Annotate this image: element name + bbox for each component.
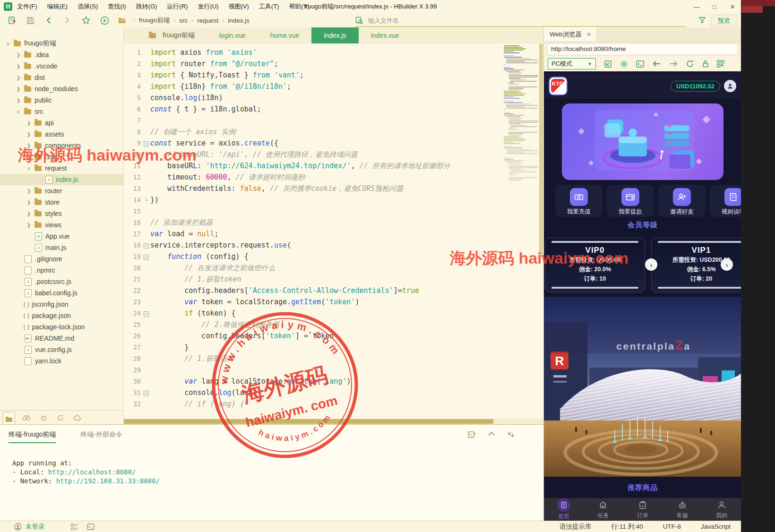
nav-item-我的[interactable]: 我的	[702, 498, 741, 521]
chevron-right-icon[interactable]: ❯	[15, 86, 22, 92]
tree-row-dist[interactable]: ❯dist	[0, 72, 123, 83]
fold-gutter[interactable]: −	[142, 139, 150, 147]
search-input[interactable]	[367, 17, 686, 25]
editor-horizontal-scrollbar[interactable]	[124, 419, 543, 424]
menu-工具(T)[interactable]: 工具(T)	[259, 2, 279, 11]
settings-gear-icon[interactable]	[620, 60, 628, 68]
url-input[interactable]: http://localhost:8080/home	[547, 43, 738, 55]
menu-发行(U)[interactable]: 发行(U)	[198, 2, 218, 11]
nav-item-任务[interactable]: 任务	[584, 498, 623, 521]
scrollbar-thumb[interactable]	[124, 419, 493, 424]
breadcrumb-item-request[interactable]: request	[197, 17, 218, 24]
menu-运行(R)[interactable]: 运行(R)	[167, 2, 188, 11]
breadcrumb-item-src[interactable]: src	[179, 17, 188, 24]
editor-tab-login.vue[interactable]: login.vue	[207, 27, 258, 43]
browser-tab[interactable]: Web浏览器 ✕	[544, 27, 597, 42]
tree-row-babel.config.js[interactable]: Jbabel.config.js	[0, 287, 123, 299]
qrcode-icon[interactable]	[717, 60, 724, 68]
console-icon[interactable]	[636, 60, 644, 68]
nav-item-首页[interactable]: 首页	[544, 498, 584, 521]
status-item[interactable]: UTF-8	[663, 523, 681, 530]
editor-tab-index.js[interactable]: index.js	[311, 27, 358, 43]
tree-row-router[interactable]: ❯router	[0, 185, 123, 197]
tree-row-node_modules[interactable]: ❯node_modules	[0, 83, 123, 94]
tree-row-.idea[interactable]: ❯.idea	[0, 49, 123, 60]
minimize-button[interactable]: —	[693, 3, 700, 10]
action-我要提款[interactable]: 我要提款	[607, 185, 654, 217]
chevron-down-icon[interactable]: ∨	[26, 166, 32, 171]
tree-row-package-lock.json[interactable]: [ ]package-lock.json	[0, 321, 123, 333]
breadcrumb-item-fruugo前端[interactable]: fruugo前端	[139, 16, 170, 25]
fold-collapse-icon[interactable]: −	[144, 255, 149, 260]
action-我要充值[interactable]: 我要充值	[555, 185, 603, 217]
tree-row-assets[interactable]: ❯assets	[0, 129, 123, 140]
chevron-right-icon[interactable]: ❯	[26, 120, 32, 126]
nav-item-客服[interactable]: 客服	[663, 498, 702, 521]
tree-row-components[interactable]: ❯components	[0, 140, 123, 151]
close-panel-icon[interactable]	[507, 431, 514, 438]
login-status[interactable]: 未登录	[14, 521, 45, 532]
chevron-right-icon[interactable]: ❯	[15, 52, 22, 58]
debug-bug-icon[interactable]	[38, 412, 49, 423]
save-button[interactable]	[25, 15, 35, 26]
tree-row-styles[interactable]: ❯styles	[0, 208, 123, 219]
terminal-link[interactable]: http://localhost:8080/	[48, 468, 136, 476]
navigate-forward-button[interactable]	[62, 15, 72, 26]
run-button[interactable]	[99, 15, 110, 26]
tree-row-views[interactable]: ❯views	[0, 219, 123, 231]
search-binoculars-icon[interactable]	[21, 412, 32, 423]
chevron-right-icon[interactable]: ❯	[15, 75, 22, 80]
fold-gutter[interactable]: −	[142, 252, 150, 261]
editor-vertical-scrollbar[interactable]	[539, 43, 543, 257]
tree-row-main.js[interactable]: Jmain.js	[0, 242, 123, 253]
close-button[interactable]: ✕	[729, 3, 736, 10]
promo-banner[interactable]	[562, 103, 723, 180]
tree-row-api[interactable]: ❯api	[0, 117, 123, 129]
fold-gutter[interactable]: −	[142, 309, 150, 317]
tree-row-.gitignore[interactable]: .gitignore	[0, 253, 123, 265]
terminal-icon[interactable]	[87, 523, 95, 530]
outline-list-icon[interactable]	[71, 523, 78, 530]
fold-collapse-icon[interactable]: −	[144, 311, 149, 317]
action-邀请好友[interactable]: 邀请好友	[658, 185, 706, 217]
cloud-icon[interactable]	[72, 412, 83, 423]
chevron-right-icon[interactable]: ❯	[26, 189, 32, 194]
tree-row-src[interactable]: ∨src	[0, 106, 123, 117]
fold-collapse-icon[interactable]: −	[144, 141, 149, 146]
tree-row-package.json[interactable]: [ ]package.json	[0, 310, 123, 321]
tree-row-App.vue[interactable]: VApp.vue	[0, 231, 123, 242]
chevron-right-icon[interactable]: ❯	[15, 64, 22, 69]
vip-card-VIP0[interactable]: VIP0所需投资: USD5.00佣金: 20.0%订单: 10	[545, 238, 645, 292]
terminal-link[interactable]: http://192.168.31.33:8080/	[56, 477, 160, 485]
new-file-button[interactable]	[7, 15, 17, 26]
tree-row-.vscode[interactable]: ❯.vscode	[0, 60, 123, 72]
chevron-right-icon[interactable]: ❯	[26, 154, 32, 160]
tree-row-.postcssrc.js[interactable]: J.postcssrc.js	[0, 276, 123, 287]
chevron-right-icon[interactable]: ❯	[26, 211, 32, 216]
chevron-down-icon[interactable]: ∨	[5, 41, 11, 46]
status-item[interactable]: JavaScript	[701, 523, 731, 530]
forward-arrow-icon[interactable]	[669, 60, 678, 67]
editor-tab-index.vue[interactable]: index.vue	[359, 27, 412, 43]
tree-row-public[interactable]: ❯public	[0, 94, 123, 106]
chevron-right-icon[interactable]: ❯	[26, 223, 32, 228]
tree-row-store[interactable]: ❯store	[0, 197, 123, 208]
fold-collapse-icon[interactable]: −	[144, 243, 149, 249]
chevron-right-icon[interactable]: ❯	[26, 132, 32, 137]
carousel-next-button[interactable]: ›	[721, 258, 733, 271]
device-mode-select[interactable]: PC模式▼	[548, 58, 596, 69]
tree-row-fruugo前端[interactable]: ∨fruugo前端	[0, 38, 123, 49]
terminal-tab-终端-fruugo前端[interactable]: 终端-fruugo前端	[9, 430, 56, 443]
editor-tab-home.vue[interactable]: home.vue	[258, 27, 311, 43]
code-area[interactable]: 1import axios from 'axios'2import router…	[124, 43, 501, 419]
editor-tab-fruugo前端[interactable]: fruugo前端	[134, 27, 207, 43]
tree-row-i18n[interactable]: ❯i18n	[0, 151, 123, 163]
back-arrow-icon[interactable]	[652, 60, 661, 67]
tree-row-index.js[interactable]: Jindex.js	[0, 174, 123, 185]
action-规则说明[interactable]: 规则说明	[710, 185, 741, 217]
tree-row-README.md[interactable]: M↓README.md	[0, 333, 123, 344]
tree-row-yarn.lock[interactable]: yarn.lock	[0, 355, 123, 367]
terminal-tab-终端-外部命令[interactable]: 终端-外部命令	[80, 430, 122, 443]
bookmark-star-button[interactable]	[81, 15, 91, 26]
filter-funnel-icon[interactable]	[698, 16, 706, 24]
